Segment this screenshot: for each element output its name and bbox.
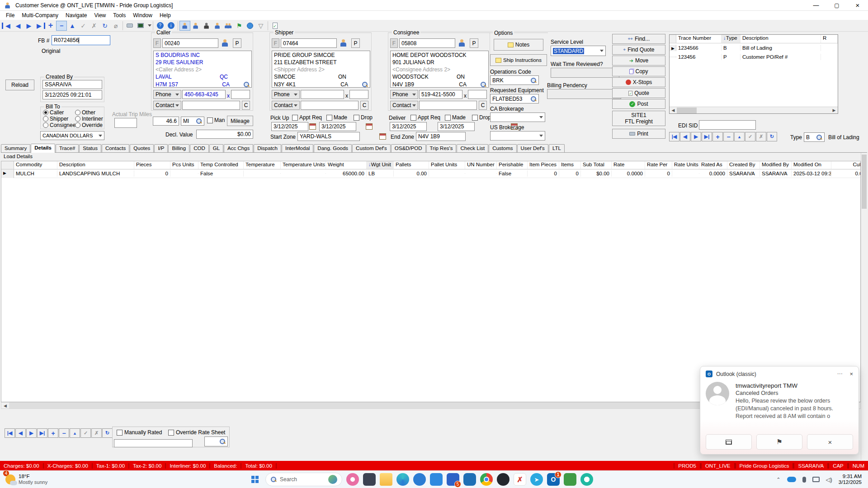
bill-to-shipper-radio[interactable]: Shipper	[43, 116, 68, 122]
menu-view[interactable]: View	[91, 12, 109, 19]
pickup-date-late-calendar-icon[interactable]	[366, 123, 373, 130]
billing-pendency-select[interactable]	[547, 89, 621, 99]
caller-phone-input[interactable]: 450-663-4245	[182, 90, 226, 99]
ship-instructions-button[interactable]: Ship Instructions	[490, 54, 547, 66]
deliver-made-checkbox[interactable]: Made	[445, 114, 466, 121]
maximize-button[interactable]: ▢	[826, 0, 847, 11]
col-description[interactable]: Description	[57, 161, 134, 169]
rating-code-input[interactable]	[114, 439, 193, 447]
caller-code-input[interactable]: 00240	[162, 38, 218, 48]
collapse-button[interactable]: ▲	[734, 132, 745, 141]
tab-user-defs[interactable]: User Def's	[517, 144, 548, 152]
remote-app-icon[interactable]	[413, 473, 426, 486]
col-commodity[interactable]: Commodity	[14, 161, 57, 169]
rating-accept-button[interactable]: ✓	[80, 428, 91, 438]
trace-hscrollbar[interactable]: ◀ ▶	[670, 107, 838, 113]
loop-app-icon[interactable]: 5	[447, 473, 459, 486]
petal-app-icon[interactable]	[346, 473, 359, 486]
tab-details[interactable]: Details	[31, 144, 55, 153]
tab-cod[interactable]: COD	[190, 144, 209, 152]
currency-select[interactable]: CANADIAN DOLLARS	[40, 131, 104, 140]
rating-cancel-button[interactable]: ✗	[91, 428, 102, 438]
shipper-lookup-icon[interactable]	[362, 81, 368, 88]
consignee-p-button[interactable]: P	[470, 38, 478, 48]
menu-file[interactable]: File	[3, 12, 18, 19]
trace-col-number[interactable]: Trace Number	[676, 35, 722, 43]
consignee-code-input[interactable]: 05808	[399, 38, 455, 48]
quote-button[interactable]: ✓Quote	[612, 88, 665, 98]
bill-to-other-radio[interactable]: Other	[75, 109, 95, 116]
bill-to-consignee-radio[interactable]: Consignee	[43, 122, 75, 128]
manually-rated-checkbox[interactable]: Manually Rated	[117, 429, 162, 436]
bill-to-interliner-radio[interactable]: Interliner	[75, 116, 103, 122]
operations-code-lookup-icon[interactable]	[530, 77, 537, 84]
weather-widget[interactable]: 4 18°F Mostly sunny	[0, 474, 99, 485]
tab-billing[interactable]: Billing	[168, 144, 189, 152]
copy-button[interactable]: Copy	[612, 66, 665, 76]
manual-miles-checkbox[interactable]: Man	[207, 117, 225, 123]
col-pallets[interactable]: Pallets	[394, 161, 429, 169]
refresh-button[interactable]: ↻	[767, 132, 777, 141]
menu-multi-company[interactable]: Multi-Company	[19, 12, 61, 19]
deliver-date-early[interactable]: 3/12/2025	[390, 122, 427, 131]
cancel-edit-button[interactable]: ✗	[756, 132, 766, 141]
mileage-button[interactable]: Mileage	[227, 116, 253, 126]
close-button[interactable]: ×	[847, 0, 868, 11]
print-button[interactable]: Print	[612, 129, 665, 139]
shipper-person-icon[interactable]	[340, 39, 348, 47]
pickup-made-checkbox[interactable]: Made	[326, 114, 347, 121]
next-record-button[interactable]: ▶	[691, 132, 701, 141]
col-pallet-units[interactable]: Pallet Units	[429, 161, 465, 169]
contacts-icon[interactable]	[223, 21, 234, 31]
tab-acc-chgs[interactable]: Acc Chgs	[224, 144, 253, 152]
shipper-p-button[interactable]: P	[351, 38, 360, 48]
caller-lookup-icon[interactable]	[243, 81, 250, 88]
trace-type-lookup-icon[interactable]	[816, 134, 822, 141]
consignee-lookup-icon[interactable]	[480, 81, 486, 88]
rating-first-button[interactable]: |◀	[5, 428, 15, 438]
tab-osd-pod[interactable]: OS&D/POD	[391, 144, 426, 152]
caller-phone-select[interactable]: Phone	[153, 90, 181, 99]
shipper-contact-input[interactable]	[301, 101, 359, 110]
deliver-drop-checkbox[interactable]: Drop	[472, 114, 491, 121]
miles-unit-field[interactable]: MI	[181, 117, 204, 126]
tab-quotes[interactable]: Quotes	[130, 144, 154, 152]
scroll-right-icon[interactable]: ▶	[830, 108, 838, 113]
edge-icon[interactable]	[396, 473, 409, 486]
print-icon[interactable]	[124, 21, 135, 31]
display-icon[interactable]	[812, 477, 820, 482]
tab-status[interactable]: Status	[79, 144, 101, 152]
col-rate-units[interactable]: Rate Units	[672, 161, 699, 169]
start-zone-field[interactable]: YARD-WALS	[297, 132, 360, 141]
ca-brokerage-select[interactable]	[490, 113, 545, 122]
tab-intermodal[interactable]: InterModal	[282, 144, 313, 152]
col-perishable[interactable]: Perishable	[497, 161, 528, 169]
load-details-row[interactable]: ▶ MULCH LANDSCAPPING MULCH 0 False 65000…	[1, 169, 860, 178]
minimize-button[interactable]: —	[806, 0, 826, 11]
rating-refresh-button[interactable]: ↻	[102, 428, 113, 438]
dark-app-icon[interactable]	[363, 473, 376, 486]
menu-help[interactable]: Help	[156, 12, 174, 19]
consignee-contact-select[interactable]: Contact	[390, 101, 418, 110]
pickup-drop-checkbox[interactable]: Drop	[354, 114, 373, 121]
actual-trip-miles-field[interactable]	[114, 118, 137, 128]
monitor-dropdown-icon[interactable]	[146, 21, 151, 31]
globe-icon[interactable]	[245, 21, 255, 31]
tab-contacts[interactable]: Contacts	[102, 144, 129, 152]
bill-to-override-radio[interactable]: Override	[75, 122, 103, 128]
mic-icon[interactable]	[802, 477, 806, 483]
shipper-f-button[interactable]: F	[272, 38, 279, 48]
deliver-appt-checkbox[interactable]: Appt Req	[410, 114, 440, 121]
last-record-button[interactable]: ▶|	[702, 132, 712, 141]
col-pcs-units[interactable]: Pcs Units	[170, 161, 198, 169]
col-wgt-unit[interactable]: ↓Wgt Unit	[367, 161, 394, 169]
notification-close-icon[interactable]: ×	[849, 371, 853, 377]
rating-delete-button[interactable]: −	[59, 428, 69, 438]
col-items[interactable]: Items	[559, 161, 581, 169]
customer-service-icon[interactable]	[179, 21, 190, 31]
save-icon[interactable]: ✓	[78, 21, 89, 31]
service-level-select[interactable]: STANDARD	[551, 46, 606, 56]
consignee-person-icon[interactable]	[458, 39, 466, 47]
operations-code-field[interactable]: BRK	[490, 75, 539, 85]
start-zone-calendar-icon[interactable]	[379, 133, 386, 140]
